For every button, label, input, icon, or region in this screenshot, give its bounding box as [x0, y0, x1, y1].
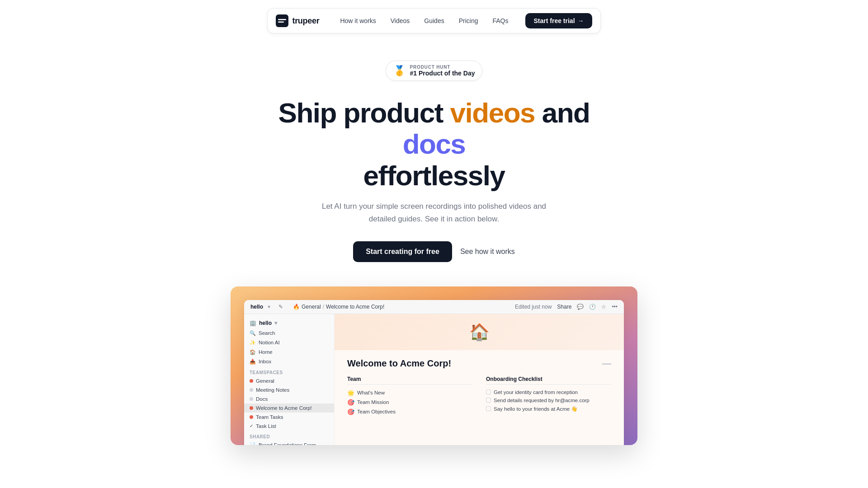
sidebar-item-general[interactable]: General — [244, 376, 334, 385]
app-page-title: Welcome to Acme Corp! — — [347, 358, 611, 369]
check-icon: ✓ — [250, 423, 253, 428]
table-item-team-mission: 🎯 Team Mission — [347, 398, 472, 407]
breadcrumb-general: General — [302, 304, 321, 310]
sidebar-item-task-list[interactable]: ✓ Task List — [244, 422, 334, 431]
checklist-item-identity: Get your identity card from reception — [486, 388, 611, 396]
page-hero-emoji: 🏠 — [469, 323, 490, 342]
notion-ai-icon: ✨ — [250, 340, 256, 346]
headline-videos: videos — [450, 97, 535, 128]
logo-icon — [276, 14, 288, 27]
inbox-icon: 📥 — [250, 359, 256, 365]
sidebar-workspace-label: hello — [259, 320, 272, 326]
badge-text: PRODUCT HUNT #1 Product of the Day — [410, 65, 475, 77]
nav-container: trupeer How it works Videos Guides Prici… — [267, 8, 600, 33]
app-main: 🏠 Welcome to Acme Corp! — Team 🌟 — [335, 314, 624, 445]
page-title-text: Welcome to Acme Corp! — [347, 358, 451, 369]
headline-start: Ship product — [278, 97, 450, 128]
topbar-share[interactable]: Share — [557, 304, 571, 310]
team-tasks-dot — [250, 415, 253, 419]
arrow-icon: → — [578, 17, 584, 24]
sidebar-item-team-tasks[interactable]: Team Tasks — [244, 413, 334, 422]
start-free-trial-button[interactable]: Start free trial → — [525, 13, 592, 28]
sidebar-task-list-label: Task List — [256, 423, 276, 429]
sidebar-item-docs[interactable]: Docs — [244, 394, 334, 404]
table-item-team-objectives: 🎯 Team Objectives — [347, 407, 472, 417]
sidebar-notion-ai-label: Notion AI — [259, 340, 280, 345]
topbar-comment-icon: 💬 — [577, 304, 584, 310]
general-dot — [250, 379, 253, 383]
app-topbar: hello ▾ ✎ 🔥 General / Welcome to Acme Co… — [244, 300, 624, 314]
sidebar-item-brand-foundations[interactable]: 📄 Brand Foundations Fram... — [244, 441, 334, 445]
app-main-content: Welcome to Acme Corp! — Team 🌟 What's Ne… — [335, 350, 624, 425]
search-icon: 🔍 — [250, 330, 256, 336]
navbar: trupeer How it works Videos Guides Prici… — [0, 0, 868, 33]
app-table: Team 🌟 What's New 🎯 Team Mission — [347, 376, 611, 417]
topbar-status: Edited just now — [515, 304, 552, 310]
sidebar-search-label: Search — [259, 330, 275, 336]
nav-link-faqs[interactable]: FAQs — [486, 14, 514, 27]
checklist-send-label: Send details requested by hr@acme.corp — [494, 398, 590, 403]
app-screenshot-wrapper: hello ▾ ✎ 🔥 General / Welcome to Acme Co… — [231, 286, 637, 445]
sidebar-item-home[interactable]: 🏠 Home — [244, 347, 334, 357]
sidebar-docs-label: Docs — [256, 396, 268, 402]
checkbox-send — [486, 398, 491, 403]
hero-subheadline: Let AI turn your simple screen recording… — [316, 200, 552, 225]
topbar-fire-icon: 🔥 — [293, 304, 300, 310]
nav-link-pricing[interactable]: Pricing — [453, 14, 485, 27]
hero-headline: Ship product videos and docs effortlessl… — [276, 97, 592, 191]
svg-rect-1 — [278, 19, 286, 20]
product-hunt-badge: 🥇 PRODUCT HUNT #1 Product of the Day — [386, 61, 483, 81]
headline-docs: docs — [403, 128, 466, 160]
app-window: hello ▾ ✎ 🔥 General / Welcome to Acme Co… — [244, 300, 624, 445]
topbar-right: Edited just now Share 💬 🕐 ☆ ••• — [515, 304, 618, 310]
topbar-workspace-icon: ▾ — [268, 304, 270, 310]
topbar-breadcrumb: 🔥 General / Welcome to Acme Corp! — [293, 304, 384, 310]
nav-links: How it works Videos Guides Pricing FAQs — [334, 14, 514, 27]
nav-link-guides[interactable]: Guides — [418, 14, 450, 27]
see-how-it-works-link[interactable]: See how it works — [460, 248, 515, 256]
sidebar-workspace: 🏢 hello ▾ — [244, 318, 334, 328]
docs-dot — [250, 397, 253, 401]
brand-icon: 📄 — [250, 442, 256, 445]
whats-new-label: What's New — [357, 390, 385, 395]
checkbox-identity — [486, 389, 491, 394]
sidebar-general-label: General — [256, 378, 274, 384]
sidebar-home-label: Home — [259, 349, 273, 355]
checklist-item-send: Send details requested by hr@acme.corp — [486, 396, 611, 404]
svg-rect-2 — [278, 22, 284, 23]
checklist-item-hello: Say hello to your friends at Acme 👋 — [486, 404, 611, 413]
topbar-star-icon: ☆ — [601, 304, 606, 310]
sidebar-item-inbox[interactable]: 📥 Inbox — [244, 357, 334, 366]
sidebar-workspace-caret: ▾ — [274, 320, 277, 326]
start-creating-button[interactable]: Start creating for free — [353, 241, 452, 262]
topbar-workspace: hello — [250, 304, 263, 310]
logo-link[interactable]: trupeer — [276, 14, 319, 27]
table-item-whats-new: 🌟 What's New — [347, 388, 472, 398]
app-main-hero-banner: 🏠 — [335, 314, 624, 350]
sidebar-section-shared: Shared — [244, 431, 334, 441]
medal-emoji: 🥇 — [393, 65, 406, 77]
team-objectives-label: Team Objectives — [357, 409, 396, 414]
nav-link-videos[interactable]: Videos — [384, 14, 416, 27]
nav-link-how-it-works[interactable]: How it works — [334, 14, 382, 27]
sidebar-item-notion-ai[interactable]: ✨ Notion AI — [244, 338, 334, 347]
topbar-more-icon[interactable]: ••• — [612, 304, 618, 310]
sidebar-section-teamspaces: Teamspaces — [244, 366, 334, 376]
welcome-dot — [250, 406, 253, 410]
sidebar-item-welcome[interactable]: Welcome to Acme Corp! — [244, 404, 334, 413]
logo-text: trupeer — [292, 16, 319, 26]
hero-section: 🥇 PRODUCT HUNT #1 Product of the Day Shi… — [0, 33, 868, 463]
right-column: Onboarding Checklist Get your identity c… — [486, 376, 611, 417]
start-free-trial-label: Start free trial — [533, 17, 575, 24]
sidebar-meeting-notes-label: Meeting Notes — [256, 387, 289, 393]
sidebar-item-meeting-notes[interactable]: Meeting Notes — [244, 385, 334, 394]
topbar-separator: 🔥 General / Welcome to Acme Corp! — [293, 304, 384, 310]
sidebar-item-search[interactable]: 🔍 Search — [244, 328, 334, 338]
right-col-header: Onboarding Checklist — [486, 376, 611, 385]
badge-label: PRODUCT HUNT — [410, 65, 475, 70]
sidebar-workspace-icon: 🏢 — [250, 320, 256, 326]
left-col-header: Team — [347, 376, 472, 385]
team-mission-emoji: 🎯 — [347, 399, 354, 406]
topbar-clock-icon: 🕐 — [589, 304, 596, 310]
left-column: Team 🌟 What's New 🎯 Team Mission — [347, 376, 472, 417]
